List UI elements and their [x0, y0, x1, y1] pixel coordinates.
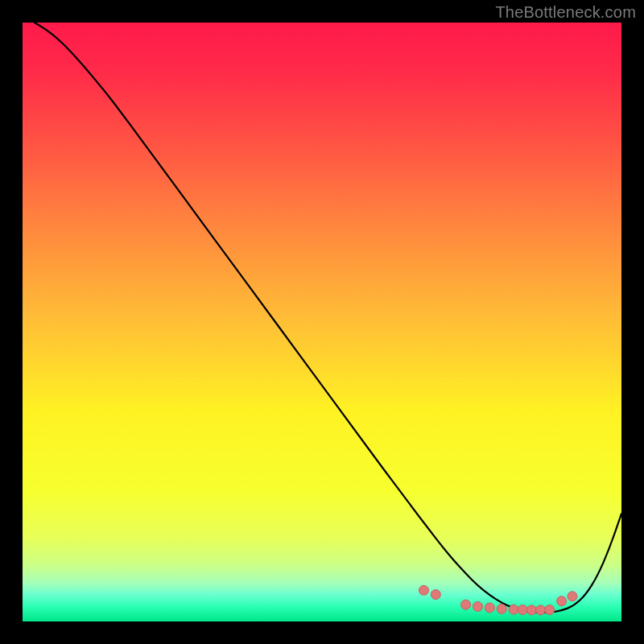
curve-marker: [497, 604, 506, 613]
curve-marker: [485, 603, 494, 613]
curve-marker: [557, 597, 567, 606]
bottleneck-chart: [23, 23, 621, 621]
app-frame: TheBottleneck.com: [0, 0, 644, 644]
curve-marker: [473, 601, 482, 611]
curve-marker: [526, 605, 536, 615]
chart-background: [23, 23, 621, 621]
curve-marker: [461, 600, 471, 609]
curve-marker: [518, 605, 527, 614]
curve-marker: [419, 585, 428, 595]
curve-marker: [431, 590, 440, 600]
watermark-text: TheBottleneck.com: [495, 3, 636, 22]
curve-marker: [545, 605, 555, 614]
plot-area: [23, 23, 621, 621]
curve-marker: [536, 605, 546, 615]
curve-marker: [509, 605, 518, 614]
curve-marker: [568, 592, 577, 601]
